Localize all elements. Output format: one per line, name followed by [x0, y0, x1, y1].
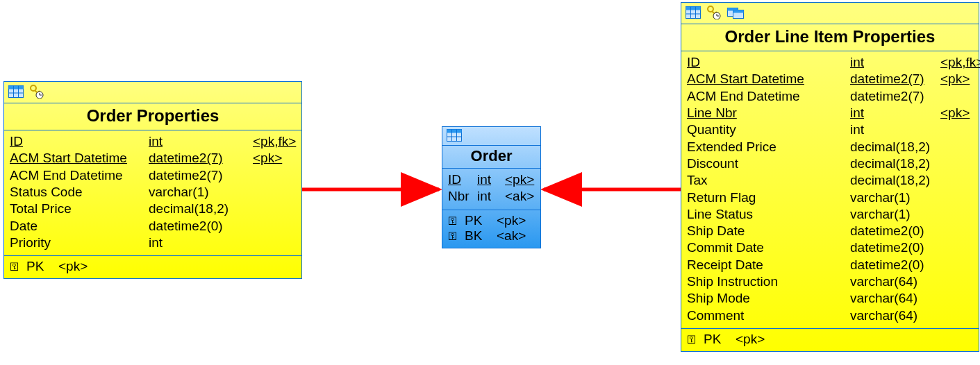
column-keys: <pk,fk> — [940, 54, 980, 71]
column-name: Ship Mode — [687, 290, 850, 307]
column-name: Priority — [10, 235, 149, 251]
column-name: Ship Instruction — [687, 273, 850, 290]
column-type: varchar(64) — [850, 307, 940, 324]
column-row: Discount decimal(18,2) — [687, 155, 973, 172]
column-type: datetime2(0) — [149, 218, 253, 235]
column-type: int — [149, 235, 253, 251]
table-icon — [686, 6, 701, 19]
column-row: ID int <pk,fk> — [687, 54, 973, 71]
column-name: Tax — [687, 172, 850, 189]
column-type: datetime2(0) — [850, 239, 940, 256]
column-type: varchar(64) — [850, 290, 940, 307]
column-row: Receipt Date datetime2(0) — [687, 257, 973, 273]
column-row: Total Price decimal(18,2) — [10, 201, 296, 217]
column-row: Date datetime2(0) — [10, 218, 296, 235]
column-row: ACM Start Datetime datetime2(7) <pk> — [687, 71, 973, 87]
column-type: decimal(18,2) — [850, 155, 940, 172]
key-row: PK <pk> — [448, 213, 535, 228]
key-name: PK — [26, 259, 51, 274]
entity-header — [442, 127, 540, 146]
svg-rect-2 — [9, 86, 24, 90]
column-name: Quantity — [687, 121, 850, 138]
column-row: Extended Price decimal(18,2) — [687, 139, 973, 155]
entity-order-properties[interactable]: Order Properties ID int <pk,fk> ACM Star… — [3, 81, 302, 279]
column-row: Return Flag varchar(1) — [687, 189, 973, 206]
column-name: Discount — [687, 155, 850, 172]
column-name: Line Nbr — [687, 105, 850, 121]
key-row: BK <ak> — [448, 228, 535, 244]
key-name: BK — [465, 228, 490, 244]
column-name: ACM Start Datetime — [10, 150, 149, 167]
column-row: Ship Instruction varchar(64) — [687, 273, 973, 290]
column-name: Line Status — [687, 206, 850, 223]
temporal-key-icon — [29, 85, 44, 99]
entity-title: Order Line Item Properties — [681, 24, 979, 51]
column-row: Priority int — [10, 235, 296, 251]
column-type: int — [850, 105, 940, 121]
column-type: varchar(1) — [149, 184, 253, 201]
column-name: Nbr — [448, 188, 477, 205]
column-name: Extended Price — [687, 139, 850, 155]
key-icon — [448, 216, 458, 226]
table-icon — [8, 85, 24, 98]
temporal-key-icon — [706, 6, 722, 19]
column-name: Receipt Date — [687, 257, 850, 273]
key-name: PK — [704, 332, 729, 347]
entity-header — [4, 82, 301, 103]
svg-rect-9 — [447, 130, 462, 133]
column-row: ACM End Datetime datetime2(7) — [10, 167, 296, 184]
key-icon — [10, 262, 19, 271]
column-name: ID — [448, 171, 477, 188]
key-spec: <ak> — [497, 228, 526, 244]
column-row: Line Nbr int <pk> — [687, 105, 973, 121]
column-type: varchar(1) — [850, 206, 940, 223]
column-row: Tax decimal(18,2) — [687, 172, 973, 189]
column-type: int — [477, 171, 505, 188]
column-row: ID int <pk,fk> — [10, 133, 296, 150]
key-name: PK — [465, 213, 490, 228]
column-name: Status Code — [10, 184, 149, 201]
column-row: Status Code varchar(1) — [10, 184, 296, 201]
column-keys: <ak> — [505, 188, 540, 205]
column-type: datetime2(7) — [850, 88, 940, 105]
entity-title: Order — [442, 146, 540, 169]
column-name: ID — [687, 54, 850, 71]
column-type: varchar(64) — [850, 273, 940, 290]
entity-columns: ID int <pk,fk> ACM Start Datetime dateti… — [681, 51, 979, 328]
key-row: PK <pk> — [687, 332, 973, 347]
column-name: Total Price — [10, 201, 149, 217]
column-row: Commit Date datetime2(0) — [687, 239, 973, 256]
column-name: ACM End Datetime — [10, 167, 149, 184]
column-row: Quantity int — [687, 121, 973, 138]
column-keys: <pk> — [940, 105, 980, 121]
column-row: ID int <pk> — [448, 171, 535, 188]
column-type: decimal(18,2) — [850, 139, 940, 155]
column-type: int — [149, 133, 253, 150]
column-keys: <pk,fk> — [253, 133, 301, 150]
column-row: ACM Start Datetime datetime2(7) <pk> — [10, 150, 296, 167]
column-row: Ship Mode varchar(64) — [687, 290, 973, 307]
column-keys: <pk> — [940, 71, 980, 87]
view-link-icon — [727, 6, 745, 19]
entity-order[interactable]: Order ID int <pk> Nbr int <ak> PK <pk> B… — [442, 126, 541, 248]
key-spec: <pk> — [58, 259, 88, 274]
column-type: datetime2(7) — [149, 167, 253, 184]
column-keys: <pk> — [505, 171, 540, 188]
column-name: Commit Date — [687, 239, 850, 256]
column-name: Comment — [687, 307, 850, 324]
entity-title: Order Properties — [4, 103, 301, 130]
column-type: decimal(18,2) — [149, 201, 253, 217]
column-type: datetime2(0) — [850, 223, 940, 239]
entity-header — [681, 3, 979, 24]
entity-keys: PK <pk> — [4, 255, 301, 278]
column-row: ACM End Datetime datetime2(7) — [687, 88, 973, 105]
entity-columns: ID int <pk,fk> ACM Start Datetime dateti… — [4, 130, 301, 255]
column-name: ACM Start Datetime — [687, 71, 850, 87]
key-spec: <pk> — [497, 213, 526, 228]
column-row: Nbr int <ak> — [448, 188, 535, 205]
column-type: decimal(18,2) — [850, 172, 940, 189]
svg-rect-23 — [733, 10, 744, 13]
svg-rect-14 — [686, 7, 701, 10]
column-name: Return Flag — [687, 189, 850, 206]
entity-order-line-item-properties[interactable]: Order Line Item Properties ID int <pk,fk… — [681, 2, 979, 352]
